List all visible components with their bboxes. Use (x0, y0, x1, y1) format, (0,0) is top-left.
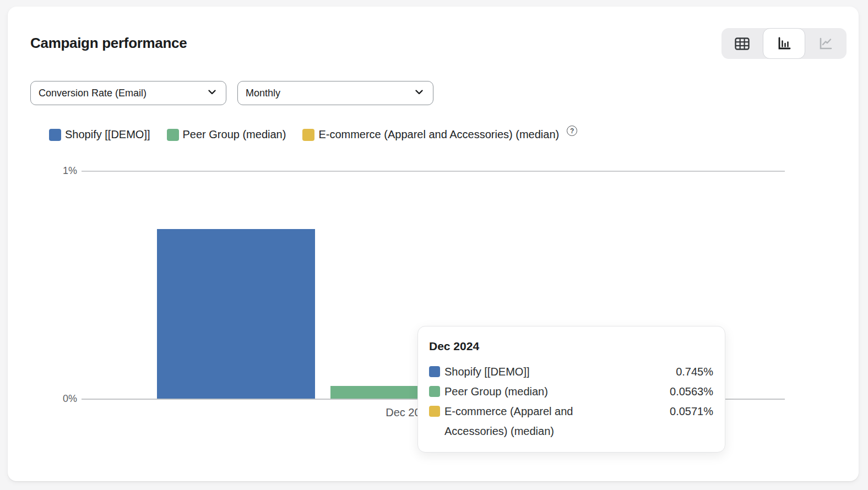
legend-swatch-peer-group (167, 129, 179, 141)
chevron-down-icon (413, 86, 425, 101)
y-axis-tick-0pct: 0% (55, 393, 77, 405)
table-view-button[interactable] (721, 28, 763, 59)
gridline-1pct (82, 171, 785, 172)
y-axis-tick-1pct: 1% (55, 165, 77, 177)
bar-chart-icon (777, 36, 791, 51)
legend-item-shopify: Shopify [[DEMO]] (49, 128, 150, 141)
tooltip-title: Dec 2024 (429, 340, 713, 353)
tooltip-value: 0.0571% (610, 401, 713, 421)
tooltip-label: Peer Group (median) (444, 382, 610, 401)
chart-legend: Shopify [[DEMO]] Peer Group (median) E-c… (49, 128, 577, 141)
chart-tooltip: Dec 2024 Shopify [[DEMO]] 0.745% Peer Gr… (417, 326, 725, 453)
line-chart-icon (818, 36, 833, 51)
bar-shopify[interactable] (157, 229, 315, 399)
metric-select[interactable]: Conversion Rate (Email) (30, 81, 226, 105)
chart-filters: Conversion Rate (Email) Monthly (30, 81, 433, 105)
legend-swatch-shopify (49, 129, 61, 141)
tooltip-value: 0.0563% (610, 382, 713, 401)
legend-label: Shopify [[DEMO]] (65, 128, 150, 141)
tooltip-label: E-commerce (Apparel and Accessories) (me… (444, 401, 610, 441)
campaign-performance-card: Campaign performance (8, 7, 859, 481)
table-icon (735, 37, 750, 50)
tooltip-swatch-peer-group (429, 386, 440, 397)
legend-item-peer-group: Peer Group (median) (167, 128, 286, 141)
tooltip-value: 0.745% (610, 362, 713, 382)
legend-item-ecommerce: E-commerce (Apparel and Accessories) (me… (302, 128, 559, 141)
tooltip-row-ecommerce: E-commerce (Apparel and Accessories) (me… (429, 401, 713, 441)
help-icon[interactable]: ? (567, 126, 577, 136)
tooltip-label: Shopify [[DEMO]] (444, 362, 610, 382)
bar-chart-view-button[interactable] (763, 28, 805, 59)
page-title: Campaign performance (30, 35, 187, 52)
interval-select-value: Monthly (246, 88, 280, 99)
legend-label: Peer Group (median) (183, 128, 286, 141)
legend-label: E-commerce (Apparel and Accessories) (me… (318, 128, 559, 141)
line-chart-view-button[interactable] (805, 28, 847, 59)
interval-select[interactable]: Monthly (237, 81, 433, 105)
tooltip-row-shopify: Shopify [[DEMO]] 0.745% (429, 362, 713, 382)
legend-swatch-ecommerce (302, 129, 314, 141)
chevron-down-icon (206, 86, 218, 101)
tooltip-swatch-shopify (429, 366, 440, 377)
metric-select-value: Conversion Rate (Email) (39, 88, 147, 99)
tooltip-row-peer-group: Peer Group (median) 0.0563% (429, 382, 713, 401)
tooltip-swatch-ecommerce (429, 406, 440, 417)
chart-view-toggle (721, 28, 847, 59)
